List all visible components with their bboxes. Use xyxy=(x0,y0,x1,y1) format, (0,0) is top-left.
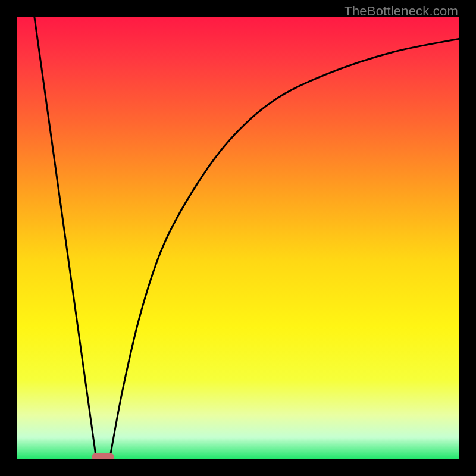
curve-right-limb xyxy=(109,39,459,459)
chart-frame: TheBottleneck.com xyxy=(0,0,476,476)
plot-area xyxy=(17,17,459,459)
curve-left-limb xyxy=(35,17,96,459)
optimal-range-marker xyxy=(92,453,114,459)
curve-overlay xyxy=(17,17,459,459)
